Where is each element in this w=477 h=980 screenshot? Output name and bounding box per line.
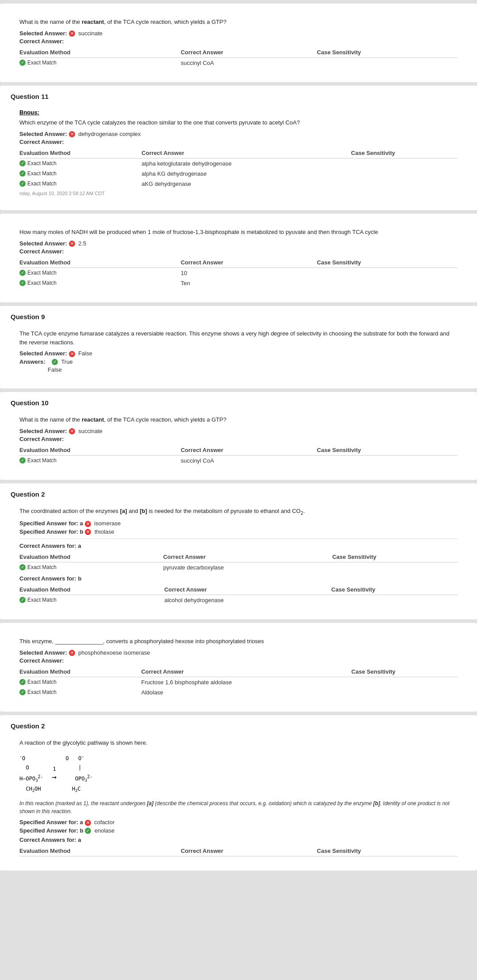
phospho-eval-table: Evaluation Method Correct Answer Case Se… bbox=[19, 667, 458, 697]
eval-method-cell: ✓ Exact Match bbox=[19, 595, 164, 606]
compound-right: O O- | OPO32- H2C bbox=[65, 753, 92, 794]
exact-match-label: Exact Match bbox=[27, 181, 57, 187]
correct-answer-header: Correct Answer bbox=[141, 667, 352, 677]
selected-value: succinate bbox=[78, 428, 102, 434]
selected-value: succinate bbox=[78, 30, 102, 37]
q10-top-eval-table: Evaluation Method Correct Answer Case Se… bbox=[19, 47, 458, 68]
check-icon: ✓ bbox=[19, 270, 26, 276]
nadh-question: How many moles of NADH will be produced … bbox=[19, 228, 458, 237]
correct-answer-header: Correct Answer bbox=[181, 257, 317, 268]
correct-answer-cell: pyruvate decarboxylase bbox=[163, 562, 332, 573]
q2-eval-table-a: Evaluation Method Correct Answer Case Se… bbox=[19, 552, 458, 573]
correct-label: Correct Answer: bbox=[19, 248, 64, 255]
correct-answer-cell: alpha KG dehydrogenase bbox=[142, 169, 351, 179]
case-sensitivity-cell bbox=[332, 562, 458, 573]
check-icon: ✓ bbox=[19, 457, 26, 464]
q2-pyruvate-inner: The coordinated action of the enzymes [a… bbox=[11, 501, 466, 611]
q2-pyruvate-question: The coordinated action of the enzymes [a… bbox=[19, 507, 458, 516]
q2-glycolytic-card: Question 2 A reaction of the glycolytic … bbox=[0, 715, 477, 871]
eval-method-header: Evaluation Method bbox=[19, 257, 181, 268]
table-row: ✓ Exact Match Aldolase bbox=[19, 687, 458, 697]
check-icon: ✓ bbox=[19, 679, 26, 685]
wrong-icon: ✕ bbox=[85, 820, 91, 826]
chemical-diagram: -O O H—OPO32- CH2OH 1 → O O- | OPO32- H2… bbox=[19, 753, 458, 794]
case-sensitivity-header: Case Sensitivity bbox=[331, 584, 458, 595]
q10-selected: Selected Answer: ✕ succinate bbox=[19, 428, 458, 435]
case-sensitivity-header: Case Sensitivity bbox=[317, 846, 458, 856]
q10-inner: What is the name of the reactant, of the… bbox=[11, 410, 466, 471]
eval-method-cell: ✓ Exact Match bbox=[19, 58, 181, 68]
q2-glycolytic-inner: A reaction of the glycolytic pathway is … bbox=[11, 733, 466, 862]
specified-a-label: Specified Answer for: a bbox=[19, 520, 83, 527]
table-row: ✓ Exact Match pyruvate decarboxylase bbox=[19, 562, 458, 573]
case-sensitivity-header: Case Sensitivity bbox=[317, 445, 458, 456]
q2-glycolytic-eval-table: Evaluation Method Correct Answer Case Se… bbox=[19, 846, 458, 856]
check-icon: ✓ bbox=[19, 181, 26, 187]
eval-method-cell: ✓ Exact Match bbox=[19, 179, 142, 189]
correct-answer-cell: 10 bbox=[181, 268, 317, 279]
q9-header: Question 9 bbox=[11, 313, 466, 320]
check-icon: ✓ bbox=[19, 280, 26, 286]
phospho-inner: This enzyme, _______________, converts a… bbox=[11, 632, 466, 703]
q10-top-card: What is the name of the reactant, of the… bbox=[0, 4, 477, 82]
eval-method-header: Evaluation Method bbox=[19, 445, 181, 456]
exact-match-label: Exact Match bbox=[27, 270, 57, 276]
case-sensitivity-header: Case Sensitivity bbox=[332, 552, 458, 562]
eval-method-cell: ✓ Exact Match bbox=[19, 562, 163, 573]
table-row: ✓ Exact Match succinyl CoA bbox=[19, 58, 458, 68]
exact-match-label: Exact Match bbox=[27, 457, 57, 464]
table-row: ✓ Exact Match alpha KG dehydrogenase bbox=[19, 169, 458, 179]
case-sensitivity-cell bbox=[352, 677, 458, 688]
exact-match-label: Exact Match bbox=[27, 597, 57, 603]
q11-correct-label: Correct Answer: bbox=[19, 139, 458, 145]
check-icon: ✓ bbox=[19, 170, 26, 177]
correct-label: Correct Answer: bbox=[19, 38, 64, 45]
reaction-number: 1 bbox=[53, 766, 56, 772]
specified-a-label: Specified Answer for: a bbox=[19, 819, 83, 825]
selected-value: dehydrogenase complex bbox=[78, 131, 141, 137]
correct-answer-header: Correct Answer bbox=[163, 552, 332, 562]
q9-card: Question 9 The TCA cycle enzyme fumarase… bbox=[0, 306, 477, 388]
false-answer: False bbox=[48, 366, 62, 373]
exact-match-badge: ✓ Exact Match bbox=[19, 679, 138, 685]
q9-selected: Selected Answer: ✕ False bbox=[19, 350, 458, 357]
case-sensitivity-cell bbox=[351, 169, 458, 179]
compound-right-l2: | bbox=[65, 763, 92, 773]
q10-top-question: What is the name of the reactant, of the… bbox=[19, 18, 458, 26]
exact-match-label: Exact Match bbox=[27, 689, 57, 695]
correct-answer-cell: succinyl CoA bbox=[181, 456, 317, 466]
specified-b-label: Specified Answer for: b bbox=[19, 827, 83, 834]
correct-answer-header: Correct Answer bbox=[142, 148, 351, 158]
q10-card: Question 10 What is the name of the reac… bbox=[0, 392, 477, 480]
case-sensitivity-cell bbox=[331, 595, 458, 606]
answers-label: Answers: bbox=[19, 358, 45, 365]
q11-eval-table: Evaluation Method Correct Answer Case Se… bbox=[19, 148, 458, 189]
check-icon: ✓ bbox=[52, 359, 58, 365]
case-sensitivity-cell bbox=[317, 58, 458, 68]
selected-label: Selected Answer: bbox=[19, 428, 67, 434]
selected-value: phosphohexoese isomerase bbox=[78, 649, 150, 656]
exact-match-label: Exact Match bbox=[27, 160, 57, 166]
exact-match-badge: ✓ Exact Match bbox=[19, 457, 177, 464]
q2-eval-table-b: Evaluation Method Correct Answer Case Se… bbox=[19, 584, 458, 605]
specified-a-value: isomerase bbox=[94, 520, 121, 527]
correct-answer-header: Correct Answer bbox=[164, 584, 331, 595]
q10-top-correct-label: Correct Answer: bbox=[19, 38, 458, 45]
q10-eval-table: Evaluation Method Correct Answer Case Se… bbox=[19, 445, 458, 466]
reaction-arrow-container: 1 → bbox=[52, 766, 57, 781]
check-icon: ✓ bbox=[19, 689, 26, 695]
check-icon: ✓ bbox=[19, 564, 26, 570]
q9-inner: The TCA cycle enzyme fumarase catalyzes … bbox=[11, 324, 466, 380]
q10-top-selected: Selected Answer: ✕ succinate bbox=[19, 30, 458, 37]
selected-label: Selected Answer: bbox=[19, 30, 67, 37]
phospho-card: This enzyme, _______________, converts a… bbox=[0, 623, 477, 712]
eval-method-cell: ✓ Exact Match bbox=[19, 169, 142, 179]
correct-answers-a-label: Correct Answers for: a bbox=[19, 837, 458, 843]
arrow-icon: → bbox=[52, 772, 57, 781]
exact-match-badge: ✓ Exact Match bbox=[19, 270, 177, 276]
nadh-correct-label: Correct Answer: bbox=[19, 248, 458, 255]
q10-top-inner: What is the name of the reactant, of the… bbox=[11, 12, 466, 73]
compound-right-l3: OPO32- bbox=[65, 773, 92, 784]
q11-selected: Selected Answer: ✕ dehydrogenase complex bbox=[19, 131, 458, 138]
bonus-label: Bnous: bbox=[19, 109, 458, 116]
